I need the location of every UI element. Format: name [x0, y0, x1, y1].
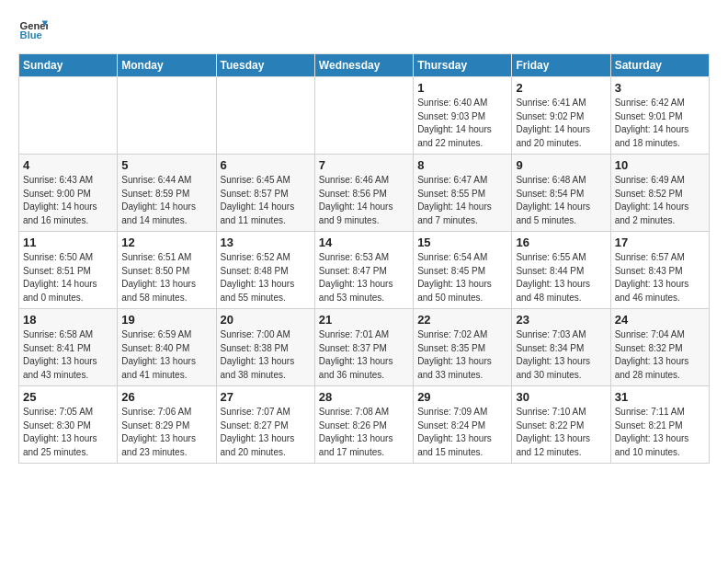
calendar-cell: 31Sunrise: 7:11 AM Sunset: 8:21 PM Dayli…: [610, 386, 709, 464]
calendar-cell: 1Sunrise: 6:40 AM Sunset: 9:03 PM Daylig…: [414, 77, 512, 155]
day-content: Sunrise: 6:59 AM Sunset: 8:40 PM Dayligh…: [121, 328, 211, 382]
col-header-sunday: Sunday: [19, 54, 118, 77]
day-number: 16: [516, 236, 606, 249]
day-number: 3: [615, 81, 705, 95]
calendar-cell: 22Sunrise: 7:02 AM Sunset: 8:35 PM Dayli…: [414, 309, 512, 386]
day-number: 11: [23, 236, 113, 249]
day-content: Sunrise: 7:03 AM Sunset: 8:34 PM Dayligh…: [516, 328, 606, 382]
day-content: Sunrise: 6:42 AM Sunset: 9:01 PM Dayligh…: [615, 97, 705, 150]
day-content: Sunrise: 7:05 AM Sunset: 8:30 PM Dayligh…: [23, 406, 113, 459]
day-content: Sunrise: 6:54 AM Sunset: 8:45 PM Dayligh…: [417, 251, 507, 304]
day-number: 7: [319, 158, 409, 172]
header-row: SundayMondayTuesdayWednesdayThursdayFrid…: [19, 54, 710, 77]
calendar-cell: 12Sunrise: 6:51 AM Sunset: 8:50 PM Dayli…: [118, 232, 216, 309]
day-content: Sunrise: 7:02 AM Sunset: 8:35 PM Dayligh…: [417, 328, 507, 382]
day-number: 1: [417, 81, 507, 95]
header: General Blue: [18, 15, 710, 44]
col-header-monday: Monday: [118, 54, 216, 77]
day-content: Sunrise: 6:45 AM Sunset: 8:57 PM Dayligh…: [221, 174, 311, 227]
calendar-cell: 4Sunrise: 6:43 AM Sunset: 9:00 PM Daylig…: [19, 155, 118, 232]
day-content: Sunrise: 6:53 AM Sunset: 8:47 PM Dayligh…: [319, 251, 409, 304]
day-content: Sunrise: 6:48 AM Sunset: 8:54 PM Dayligh…: [516, 174, 606, 227]
day-number: 19: [121, 313, 211, 327]
day-number: 8: [417, 158, 507, 172]
calendar-cell: 11Sunrise: 6:50 AM Sunset: 8:51 PM Dayli…: [19, 232, 118, 309]
calendar-cell: 24Sunrise: 7:04 AM Sunset: 8:32 PM Dayli…: [610, 309, 709, 386]
day-content: Sunrise: 7:11 AM Sunset: 8:21 PM Dayligh…: [615, 406, 705, 459]
calendar-cell: 23Sunrise: 7:03 AM Sunset: 8:34 PM Dayli…: [512, 309, 610, 386]
day-content: Sunrise: 7:00 AM Sunset: 8:38 PM Dayligh…: [221, 328, 311, 382]
day-content: Sunrise: 6:57 AM Sunset: 8:43 PM Dayligh…: [615, 251, 705, 304]
col-header-thursday: Thursday: [414, 54, 512, 77]
day-content: Sunrise: 7:10 AM Sunset: 8:22 PM Dayligh…: [516, 406, 606, 459]
calendar-cell: 28Sunrise: 7:08 AM Sunset: 8:26 PM Dayli…: [314, 386, 413, 464]
calendar-cell: 20Sunrise: 7:00 AM Sunset: 8:38 PM Dayli…: [216, 309, 314, 386]
day-number: 28: [319, 390, 409, 404]
calendar-cell: 27Sunrise: 7:07 AM Sunset: 8:27 PM Dayli…: [216, 386, 314, 464]
day-content: Sunrise: 6:50 AM Sunset: 8:51 PM Dayligh…: [23, 251, 113, 304]
calendar-cell: [118, 77, 216, 155]
day-number: 21: [319, 313, 409, 327]
day-number: 29: [417, 390, 507, 404]
week-row-5: 25Sunrise: 7:05 AM Sunset: 8:30 PM Dayli…: [19, 386, 710, 464]
day-number: 13: [221, 236, 311, 249]
day-number: 12: [121, 236, 211, 249]
calendar-cell: 26Sunrise: 7:06 AM Sunset: 8:29 PM Dayli…: [118, 386, 216, 464]
day-content: Sunrise: 6:52 AM Sunset: 8:48 PM Dayligh…: [221, 251, 311, 304]
calendar-table: SundayMondayTuesdayWednesdayThursdayFrid…: [18, 53, 710, 464]
calendar-cell: 13Sunrise: 6:52 AM Sunset: 8:48 PM Dayli…: [216, 232, 314, 309]
logo: General Blue: [18, 15, 51, 44]
day-number: 6: [221, 158, 311, 172]
week-row-4: 18Sunrise: 6:58 AM Sunset: 8:41 PM Dayli…: [19, 309, 710, 386]
svg-text:Blue: Blue: [20, 29, 42, 40]
day-number: 23: [516, 313, 606, 327]
calendar-cell: 29Sunrise: 7:09 AM Sunset: 8:24 PM Dayli…: [414, 386, 512, 464]
day-content: Sunrise: 6:51 AM Sunset: 8:50 PM Dayligh…: [121, 251, 211, 304]
day-number: 17: [615, 236, 705, 249]
week-row-2: 4Sunrise: 6:43 AM Sunset: 9:00 PM Daylig…: [19, 155, 710, 232]
day-content: Sunrise: 6:55 AM Sunset: 8:44 PM Dayligh…: [516, 251, 606, 304]
day-content: Sunrise: 7:09 AM Sunset: 8:24 PM Dayligh…: [417, 406, 507, 459]
day-content: Sunrise: 6:41 AM Sunset: 9:02 PM Dayligh…: [516, 97, 606, 150]
day-number: 24: [615, 313, 705, 327]
day-content: Sunrise: 6:44 AM Sunset: 8:59 PM Dayligh…: [121, 174, 211, 227]
day-content: Sunrise: 7:08 AM Sunset: 8:26 PM Dayligh…: [319, 406, 409, 459]
calendar-cell: [314, 77, 413, 155]
col-header-friday: Friday: [512, 54, 610, 77]
day-content: Sunrise: 7:01 AM Sunset: 8:37 PM Dayligh…: [319, 328, 409, 382]
day-content: Sunrise: 6:58 AM Sunset: 8:41 PM Dayligh…: [23, 328, 113, 382]
calendar-cell: 30Sunrise: 7:10 AM Sunset: 8:22 PM Dayli…: [512, 386, 610, 464]
day-content: Sunrise: 6:49 AM Sunset: 8:52 PM Dayligh…: [615, 174, 705, 227]
calendar-cell: 21Sunrise: 7:01 AM Sunset: 8:37 PM Dayli…: [314, 309, 413, 386]
day-number: 18: [23, 313, 113, 327]
day-number: 25: [23, 390, 113, 404]
calendar-cell: 10Sunrise: 6:49 AM Sunset: 8:52 PM Dayli…: [610, 155, 709, 232]
col-header-tuesday: Tuesday: [216, 54, 314, 77]
week-row-1: 1Sunrise: 6:40 AM Sunset: 9:03 PM Daylig…: [19, 77, 710, 155]
day-number: 15: [417, 236, 507, 249]
calendar-page: General Blue SundayMondayTuesdayWednesda…: [0, 0, 728, 563]
day-number: 30: [516, 390, 606, 404]
day-content: Sunrise: 6:47 AM Sunset: 8:55 PM Dayligh…: [417, 174, 507, 227]
calendar-cell: 17Sunrise: 6:57 AM Sunset: 8:43 PM Dayli…: [610, 232, 709, 309]
week-row-3: 11Sunrise: 6:50 AM Sunset: 8:51 PM Dayli…: [19, 232, 710, 309]
day-number: 31: [615, 390, 705, 404]
calendar-cell: 14Sunrise: 6:53 AM Sunset: 8:47 PM Dayli…: [314, 232, 413, 309]
day-number: 4: [23, 158, 113, 172]
day-number: 26: [121, 390, 211, 404]
day-number: 20: [221, 313, 311, 327]
day-number: 22: [417, 313, 507, 327]
calendar-cell: 25Sunrise: 7:05 AM Sunset: 8:30 PM Dayli…: [19, 386, 118, 464]
calendar-cell: 18Sunrise: 6:58 AM Sunset: 8:41 PM Dayli…: [19, 309, 118, 386]
col-header-wednesday: Wednesday: [314, 54, 413, 77]
logo-icon: General Blue: [18, 15, 48, 44]
day-content: Sunrise: 7:07 AM Sunset: 8:27 PM Dayligh…: [221, 406, 311, 459]
calendar-cell: 8Sunrise: 6:47 AM Sunset: 8:55 PM Daylig…: [414, 155, 512, 232]
calendar-cell: 15Sunrise: 6:54 AM Sunset: 8:45 PM Dayli…: [414, 232, 512, 309]
day-content: Sunrise: 6:43 AM Sunset: 9:00 PM Dayligh…: [23, 174, 113, 227]
calendar-cell: [19, 77, 118, 155]
day-number: 10: [615, 158, 705, 172]
calendar-cell: 3Sunrise: 6:42 AM Sunset: 9:01 PM Daylig…: [610, 77, 709, 155]
day-content: Sunrise: 6:46 AM Sunset: 8:56 PM Dayligh…: [319, 174, 409, 227]
calendar-cell: 5Sunrise: 6:44 AM Sunset: 8:59 PM Daylig…: [118, 155, 216, 232]
